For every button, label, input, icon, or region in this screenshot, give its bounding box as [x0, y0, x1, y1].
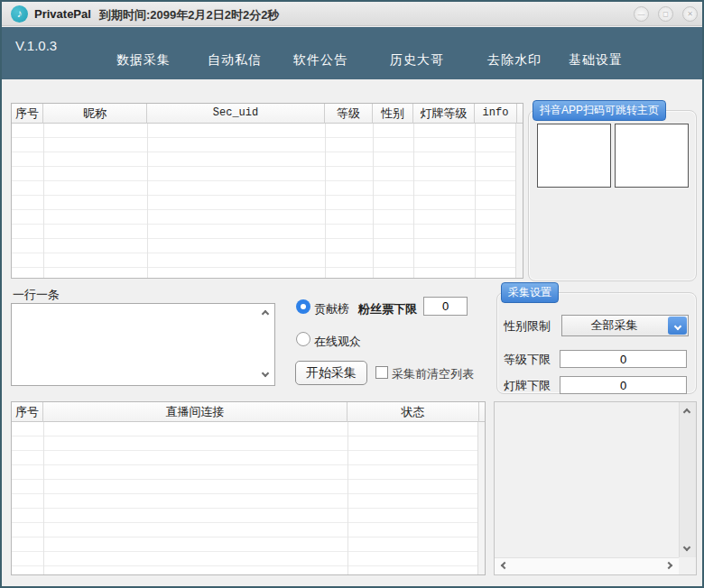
contribution-radio[interactable] [296, 299, 310, 314]
col-header-level[interactable]: 等级 [325, 104, 373, 124]
version-label: V.1.0.3 [15, 38, 57, 53]
chevron-down-icon [673, 323, 681, 330]
col-header-secuid[interactable]: Sec_uid [147, 104, 325, 124]
nav-item-announcement[interactable]: 软件公告 [293, 52, 347, 69]
col-header-badge[interactable]: 灯牌等级 [413, 104, 475, 124]
col-header-room-status[interactable]: 状态 [347, 402, 479, 422]
user-table-scrollbar[interactable] [515, 124, 523, 278]
maximize-button[interactable]: ◻ [658, 6, 673, 22]
dropdown-button[interactable] [668, 317, 687, 335]
scroll-down-icon[interactable] [262, 370, 269, 377]
gender-limit-label: 性别限制 [504, 318, 551, 335]
gender-limit-value: 全部采集 [562, 316, 666, 335]
lines-label: 一行一条 [13, 287, 60, 303]
col-header-info[interactable]: info [475, 104, 517, 124]
user-table-header: 序号 昵称 Sec_uid 等级 性别 灯牌等级 info [12, 104, 523, 124]
room-table: 序号 直播间连接 状态 [11, 401, 486, 575]
online-audience-radio[interactable] [296, 332, 310, 346]
col-header-room-index[interactable]: 序号 [12, 402, 43, 422]
log-panel [494, 401, 697, 575]
room-table-scrollbar[interactable] [477, 422, 485, 574]
col-header-nickname[interactable]: 昵称 [43, 104, 147, 124]
scroll-right-icon[interactable] [665, 562, 672, 569]
fan-ticket-label: 粉丝票下限 [358, 301, 417, 317]
collect-settings-title: 采集设置 [501, 282, 559, 303]
scroll-up-icon[interactable] [262, 310, 269, 317]
col-header-index[interactable]: 序号 [12, 104, 43, 124]
clear-before-collect-label[interactable]: 采集前清空列表 [392, 366, 474, 382]
navbar: V.1.0.3 数据采集 自动私信 软件公告 历史大哥 去除水印 基础设置 [2, 27, 702, 79]
close-button[interactable]: ✕ [682, 6, 698, 22]
col-header-room-link[interactable]: 直播间连接 [43, 402, 347, 422]
user-table-body [12, 124, 515, 278]
gender-limit-select[interactable]: 全部采集 [561, 315, 689, 336]
nav-item-settings[interactable]: 基础设置 [569, 52, 623, 69]
qr-panel [528, 110, 697, 281]
badge-limit-label: 灯牌下限 [504, 378, 551, 394]
room-links-textarea[interactable] [11, 303, 275, 386]
qr-code-placeholder-1 [537, 124, 611, 188]
level-limit-input[interactable] [560, 350, 687, 368]
expiry-time-text: 到期时间:2099年2月2日2时2分2秒 [99, 7, 279, 23]
nav-item-history[interactable]: 历史大哥 [390, 52, 444, 69]
start-collect-button[interactable]: 开始采集 [295, 361, 367, 385]
minimize-button[interactable]: — [634, 6, 649, 22]
log-horizontal-scrollbar[interactable] [495, 557, 679, 574]
qr-panel-title: 抖音APP扫码可跳转主页 [533, 100, 666, 121]
app-window: ♪ PrivatePal 到期时间:2099年2月2日2时2分2秒 — ◻ ✕ … [0, 0, 704, 588]
col-header-gender[interactable]: 性别 [373, 104, 413, 124]
badge-limit-input[interactable] [560, 376, 687, 394]
nav-item-data-collect[interactable]: 数据采集 [116, 52, 171, 69]
titlebar: ♪ PrivatePal 到期时间:2099年2月2日2时2分2秒 — ◻ ✕ [2, 2, 702, 26]
nav-item-auto-message[interactable]: 自动私信 [208, 52, 262, 69]
nav-item-watermark[interactable]: 去除水印 [487, 52, 542, 69]
contribution-radio-label[interactable]: 贡献榜 [314, 301, 349, 317]
clear-before-collect-checkbox[interactable] [375, 366, 388, 379]
online-audience-radio-label[interactable]: 在线观众 [314, 334, 361, 350]
app-logo-icon: ♪ [11, 5, 28, 23]
qr-code-placeholder-2 [615, 124, 689, 188]
scroll-down-icon[interactable] [683, 544, 690, 551]
level-limit-label: 等级下限 [504, 352, 551, 368]
log-vertical-scrollbar[interactable] [679, 402, 696, 557]
fan-ticket-input[interactable] [423, 297, 468, 316]
room-table-body [12, 422, 477, 574]
user-table: 序号 昵称 Sec_uid 等级 性别 灯牌等级 info [11, 103, 523, 279]
app-title: PrivatePal [34, 7, 91, 21]
room-table-header: 序号 直播间连接 状态 [12, 402, 485, 422]
scroll-up-icon[interactable] [683, 409, 690, 416]
scroll-left-icon[interactable] [501, 562, 508, 569]
